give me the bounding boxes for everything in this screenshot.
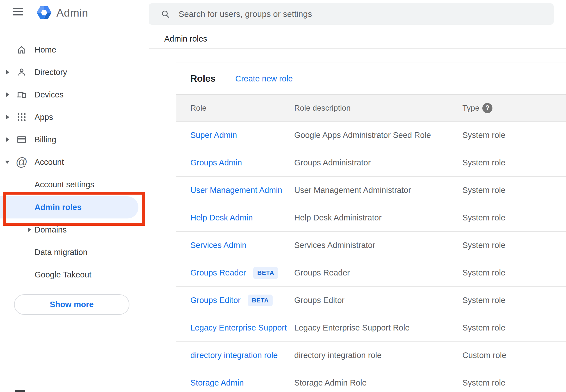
role-description: Google Apps Administrator Seed Role bbox=[294, 122, 431, 149]
sidebar-item-home[interactable]: Home bbox=[0, 38, 148, 61]
show-more-button[interactable]: Show more bbox=[14, 294, 129, 315]
role-type: System role bbox=[462, 287, 505, 314]
at-sign-icon: @ bbox=[16, 156, 27, 168]
expand-arrow-icon[interactable] bbox=[6, 92, 9, 97]
role-link[interactable]: Groups Editor bbox=[190, 296, 241, 305]
role-description: Services Administrator bbox=[294, 232, 375, 259]
table-row: Storage Admin Storage Admin Role System … bbox=[176, 369, 566, 392]
breadcrumb: Admin roles bbox=[164, 34, 207, 44]
content-divider bbox=[149, 48, 566, 49]
table-row: Groups Admin Groups Administrator System… bbox=[176, 149, 566, 177]
beta-badge: BETA bbox=[248, 295, 273, 306]
expand-arrow-icon[interactable] bbox=[6, 70, 9, 74]
role-link[interactable]: Legacy Enterprise Support bbox=[190, 323, 287, 332]
role-type: System role bbox=[462, 177, 505, 204]
sidebar-item-apps[interactable]: Apps bbox=[0, 106, 148, 128]
table-row: Groups Editor BETA Groups Editor System … bbox=[176, 287, 566, 314]
devices-icon bbox=[16, 89, 27, 100]
search-icon bbox=[161, 9, 170, 19]
collapse-arrow-icon[interactable] bbox=[5, 161, 10, 164]
role-description: Groups Reader bbox=[294, 259, 350, 286]
table-row: Super Admin Google Apps Administrator Se… bbox=[176, 122, 566, 149]
column-header-type: Type bbox=[462, 95, 480, 121]
table-header-row: Role Role description Type ? bbox=[176, 94, 566, 122]
home-icon bbox=[16, 44, 27, 55]
column-header-role-description: Role description bbox=[294, 95, 351, 121]
role-description: Groups Editor bbox=[294, 287, 344, 314]
role-link[interactable]: Storage Admin bbox=[190, 378, 244, 388]
table-row: Groups Reader BETA Groups Reader System … bbox=[176, 259, 566, 287]
sidebar-item-devices[interactable]: Devices bbox=[0, 83, 148, 106]
sidebar-divider bbox=[0, 378, 136, 378]
search-input[interactable] bbox=[178, 9, 516, 19]
role-link[interactable]: Groups Reader bbox=[190, 268, 246, 277]
role-link[interactable]: Groups Admin bbox=[190, 158, 242, 167]
sidebar-item-domains[interactable]: Domains bbox=[0, 218, 148, 241]
role-description: Help Desk Administrator bbox=[294, 204, 382, 231]
role-type: System role bbox=[462, 369, 505, 392]
role-type: System role bbox=[462, 204, 505, 231]
role-link[interactable]: Services Admin bbox=[190, 241, 247, 250]
sidebar-item-account-settings[interactable]: Account settings bbox=[0, 173, 148, 196]
column-header-role: Role bbox=[190, 95, 207, 121]
person-icon bbox=[16, 67, 27, 78]
app-title: Admin bbox=[56, 7, 88, 19]
roles-card-header: Roles Create new role bbox=[176, 63, 566, 94]
sidebar-item-google-takeout[interactable]: Google Takeout bbox=[0, 263, 148, 286]
create-new-role-link[interactable]: Create new role bbox=[235, 74, 293, 83]
expand-arrow-icon[interactable] bbox=[6, 137, 9, 142]
role-link[interactable]: User Management Admin bbox=[190, 186, 282, 195]
role-link[interactable]: directory integration role bbox=[190, 351, 278, 360]
role-type: System role bbox=[462, 122, 505, 149]
role-type: System role bbox=[462, 149, 505, 176]
role-description: directory integration role bbox=[294, 342, 382, 369]
roles-card: Roles Create new role Role Role descript… bbox=[176, 63, 566, 392]
role-link[interactable]: Super Admin bbox=[190, 131, 237, 140]
sidebar-item-billing[interactable]: Billing bbox=[0, 128, 148, 151]
beta-badge: BETA bbox=[253, 267, 278, 279]
sidebar-item-data-migration[interactable]: Data migration bbox=[0, 241, 148, 263]
sidebar-item-admin-roles[interactable]: Admin roles bbox=[0, 196, 138, 218]
apps-grid-icon bbox=[16, 111, 27, 123]
google-admin-logo-icon bbox=[36, 4, 53, 21]
role-type: Custom role bbox=[462, 342, 506, 369]
table-row: Help Desk Admin Help Desk Administrator … bbox=[176, 204, 566, 232]
table-row: Services Admin Services Administrator Sy… bbox=[176, 232, 566, 259]
table-row: directory integration role directory int… bbox=[176, 342, 566, 369]
credit-card-icon bbox=[16, 134, 27, 145]
role-type: System role bbox=[462, 232, 505, 259]
sidebar-item-directory[interactable]: Directory bbox=[0, 61, 148, 83]
role-type: System role bbox=[462, 259, 505, 286]
hamburger-menu-icon[interactable] bbox=[13, 8, 23, 16]
help-icon[interactable]: ? bbox=[482, 103, 492, 113]
role-link[interactable]: Help Desk Admin bbox=[190, 213, 253, 222]
partial-bottom-icon bbox=[15, 390, 25, 392]
sidebar-item-account[interactable]: @ Account bbox=[0, 151, 148, 173]
role-description: Storage Admin Role bbox=[294, 369, 367, 392]
table-row: User Management Admin User Management Ad… bbox=[176, 177, 566, 204]
role-description: Legacy Enterprise Support Role bbox=[294, 314, 410, 341]
role-description: Groups Administrator bbox=[294, 149, 371, 176]
role-description: User Management Administrator bbox=[294, 177, 411, 204]
expand-arrow-icon[interactable] bbox=[28, 227, 31, 232]
search-bar[interactable] bbox=[149, 3, 554, 25]
expand-arrow-icon[interactable] bbox=[6, 115, 9, 119]
card-title: Roles bbox=[190, 73, 216, 84]
table-row: Legacy Enterprise Support Legacy Enterpr… bbox=[176, 314, 566, 342]
role-type: System role bbox=[462, 314, 505, 341]
